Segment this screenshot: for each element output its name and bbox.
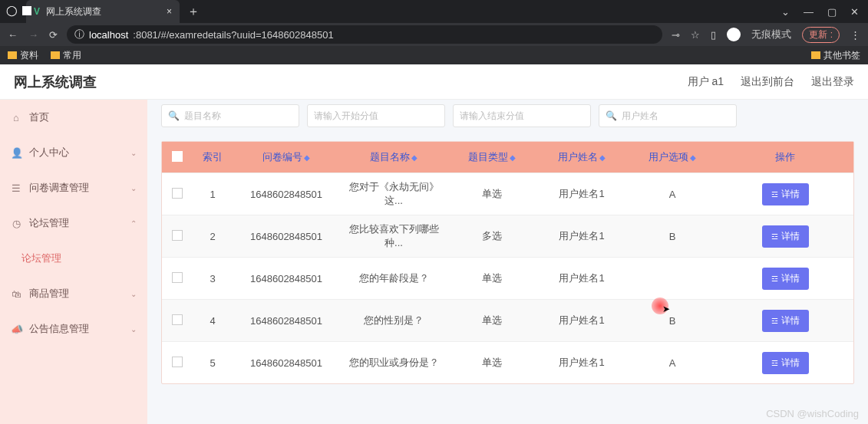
col-name[interactable]: 题目名称◆ [340, 150, 447, 164]
table-row: 51648602848501您的职业或身份是？单选用户姓名1A☲详情 [162, 341, 853, 383]
watermark: CSDN @wishCoding [766, 408, 859, 419]
table-row: 41648602848501您的性别是？单选用户姓名1B☲详情 [162, 299, 853, 341]
megaphone-icon: 📣 [11, 324, 21, 335]
site-info-icon[interactable]: ⓘ [74, 28, 84, 41]
row-checkbox[interactable] [162, 357, 193, 370]
sidebar-item-notice[interactable]: 📣公告信息管理⌄ [0, 311, 147, 347]
cell-id: 1648602848501 [233, 189, 340, 200]
cell-id: 1648602848501 [233, 315, 340, 327]
detail-button[interactable]: ☲详情 [762, 225, 809, 248]
page-title: 网上系统调查 [14, 73, 97, 91]
row-checkbox[interactable] [162, 314, 193, 327]
col-index[interactable]: 索引 [193, 150, 233, 164]
detail-button[interactable]: ☲详情 [762, 352, 809, 374]
sort-icon: ◆ [510, 153, 516, 162]
back-icon[interactable]: ← [8, 29, 18, 41]
incognito-label: 无痕模式 [751, 28, 791, 41]
sort-icon: ◆ [411, 153, 417, 162]
filter-end-score[interactable]: 请输入结束分值 [453, 104, 591, 127]
key-icon[interactable]: ⊸ [672, 29, 680, 41]
cell-id: 1648602848501 [233, 231, 340, 242]
url-rest: :8081/#/examredetails?uuid=1648602848501 [133, 29, 333, 41]
close-window-icon[interactable]: ✕ [850, 6, 859, 18]
window-origin-icons: ◯ [6, 5, 31, 16]
cell-index: 4 [193, 315, 233, 327]
cell-action: ☲详情 [717, 268, 853, 290]
user-icon: 👤 [11, 147, 21, 159]
detail-button[interactable]: ☲详情 [762, 183, 809, 205]
search-icon: 🔍 [168, 110, 180, 121]
bookmark-item-2[interactable]: 常用 [51, 49, 81, 62]
search-icon: 🔍 [606, 110, 617, 121]
row-checkbox[interactable] [162, 188, 193, 201]
menu-icon[interactable]: ⋮ [850, 29, 860, 41]
reader-icon[interactable]: ▯ [711, 29, 716, 41]
chevron-down-icon[interactable]: ⌄ [781, 6, 790, 18]
cell-name: 您对于《永劫无间》这... [340, 180, 447, 208]
maximize-icon[interactable]: ▢ [827, 6, 837, 18]
cell-action: ☲详情 [717, 183, 853, 205]
bookmark-item-1[interactable]: 资料 [8, 49, 38, 62]
folder-icon [811, 51, 820, 59]
row-checkbox[interactable] [162, 230, 193, 243]
filter-username[interactable]: 🔍用户姓名 [599, 104, 737, 127]
minimize-icon[interactable]: — [804, 6, 814, 18]
square-icon [22, 6, 31, 15]
cell-option: B [628, 315, 717, 327]
col-id[interactable]: 问卷编号◆ [233, 150, 340, 164]
chevron-down-icon: ⌄ [130, 184, 137, 192]
chevron-up-icon: ⌃ [130, 219, 137, 228]
incognito-avatar-icon[interactable] [727, 28, 741, 41]
row-checkbox[interactable] [162, 272, 193, 285]
col-option[interactable]: 用户选项◆ [628, 150, 717, 164]
cell-index: 2 [193, 231, 233, 242]
cell-user: 用户姓名1 [536, 356, 628, 370]
table-row: 11648602848501您对于《永劫无间》这...单选用户姓名1A☲详情 [162, 173, 853, 215]
cell-name: 您的职业或身份是？ [340, 356, 447, 370]
sort-icon: ◆ [599, 153, 606, 162]
results-table: 索引 问卷编号◆ 题目名称◆ 题目类型◆ 用户姓名◆ 用户选项◆ 操作 1164… [161, 141, 854, 384]
sidebar-item-goods[interactable]: 🛍商品管理⌄ [0, 276, 147, 311]
sidebar-item-personal[interactable]: 👤个人中心⌄ [0, 135, 147, 170]
detail-button[interactable]: ☲详情 [762, 310, 809, 332]
table-header: 索引 问卷编号◆ 题目名称◆ 题目类型◆ 用户姓名◆ 用户选项◆ 操作 [162, 142, 853, 173]
extension-update-button[interactable]: 更新 : [802, 27, 840, 43]
cell-option: A [628, 189, 717, 200]
logout-button[interactable]: 退出登录 [811, 75, 854, 89]
browser-tabstrip: ◯ V 网上系统调查 × ＋ ⌄ — ▢ ✕ [0, 0, 868, 23]
forward-icon[interactable]: → [28, 29, 38, 41]
list-icon: ☰ [11, 182, 21, 194]
select-all-checkbox[interactable] [162, 151, 193, 164]
url-host: localhost [89, 29, 128, 41]
col-action: 操作 [717, 150, 853, 164]
filter-start-score[interactable]: 请输入开始分值 [307, 104, 445, 127]
new-tab-button[interactable]: ＋ [187, 4, 200, 20]
reload-icon[interactable]: ⟳ [49, 29, 58, 41]
sidebar-sub-forum[interactable]: 论坛管理 [0, 241, 147, 276]
chevron-down-icon: ⌄ [130, 325, 137, 334]
close-icon[interactable]: × [167, 6, 172, 17]
sidebar: ⌂首页 👤个人中心⌄ ☰问卷调查管理⌄ ◷论坛管理⌃ 论坛管理 🛍商品管理⌄ 📣… [0, 100, 147, 424]
user-label: 用户 a1 [688, 75, 724, 89]
browser-tab-active[interactable]: V 网上系统调查 × [26, 0, 180, 23]
vue-icon: V [34, 6, 40, 17]
sidebar-item-survey[interactable]: ☰问卷调查管理⌄ [0, 170, 147, 205]
cell-user: 用户姓名1 [536, 271, 628, 285]
tab-title: 网上系统调查 [46, 5, 101, 18]
exit-to-front-button[interactable]: 退出到前台 [741, 75, 794, 89]
star-icon[interactable]: ☆ [691, 29, 700, 41]
sidebar-item-home[interactable]: ⌂首页 [0, 100, 147, 135]
cell-type: 单选 [447, 314, 536, 327]
url-field[interactable]: ⓘ localhost:8081/#/examredetails?uuid=16… [67, 25, 662, 44]
filter-title[interactable]: 🔍题目名称 [161, 104, 299, 127]
bookmark-other[interactable]: 其他书签 [811, 49, 860, 62]
col-user[interactable]: 用户姓名◆ [536, 150, 628, 164]
detail-button[interactable]: ☲详情 [762, 268, 809, 290]
sidebar-item-forum[interactable]: ◷论坛管理⌃ [0, 205, 147, 241]
bag-icon: 🛍 [11, 288, 21, 300]
doc-icon: ☲ [771, 190, 778, 199]
col-type[interactable]: 题目类型◆ [447, 150, 536, 164]
home-icon: ⌂ [11, 112, 21, 123]
sort-icon: ◆ [304, 153, 310, 162]
cell-option: B [628, 231, 717, 242]
